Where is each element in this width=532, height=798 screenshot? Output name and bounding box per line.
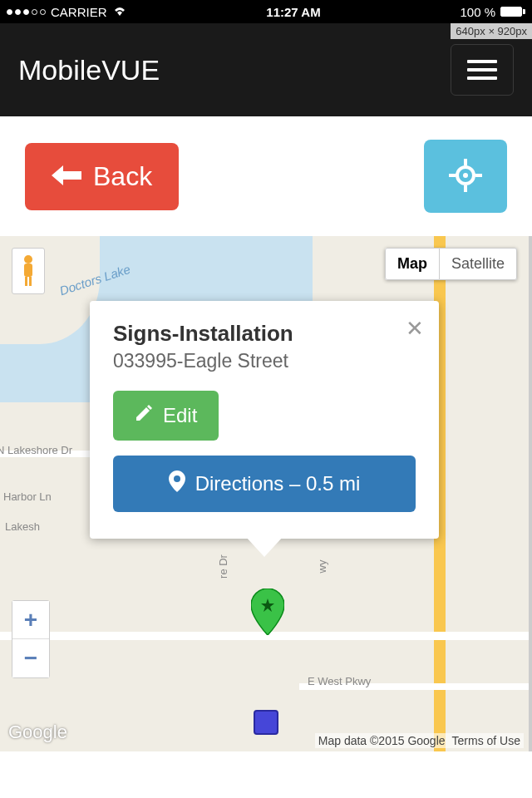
dimension-badge: 640px × 920px bbox=[451, 23, 532, 39]
arrow-left-icon bbox=[52, 161, 81, 192]
wifi-icon bbox=[112, 5, 127, 19]
back-label: Back bbox=[93, 161, 152, 192]
google-logo: Google bbox=[8, 722, 67, 743]
map-type-toggle: Map Satellite bbox=[385, 248, 517, 280]
app-title: MobileVUE bbox=[18, 54, 160, 86]
carrier-label: CARRIER bbox=[51, 5, 107, 19]
battery-icon bbox=[500, 7, 525, 17]
svg-point-6 bbox=[24, 255, 32, 264]
hamburger-icon bbox=[467, 60, 497, 63]
road-label-ewest: E West Pkwy bbox=[308, 675, 371, 687]
svg-rect-8 bbox=[25, 277, 27, 286]
road-label-wy: wy bbox=[316, 560, 328, 574]
map-type-map[interactable]: Map bbox=[385, 248, 440, 280]
map[interactable]: Doctors Lake N Lakeshore Dr Harbor Ln La… bbox=[0, 236, 532, 751]
location-pin-icon bbox=[169, 470, 185, 497]
svg-rect-7 bbox=[24, 264, 32, 277]
info-window-tail bbox=[246, 537, 283, 557]
pencil-icon bbox=[135, 404, 153, 427]
zoom-in-button[interactable]: + bbox=[12, 601, 49, 639]
info-title: Signs-Installation bbox=[113, 321, 416, 347]
menu-button[interactable] bbox=[451, 44, 514, 96]
signal-dots-icon bbox=[7, 9, 46, 15]
directions-button[interactable]: Directions – 0.5 mi bbox=[113, 456, 416, 512]
pegman-control[interactable] bbox=[12, 248, 45, 294]
road-label-redr: re Dr bbox=[217, 554, 229, 579]
toolbar: Back bbox=[0, 116, 532, 236]
pegman-icon bbox=[20, 254, 37, 288]
crosshair-icon bbox=[449, 159, 482, 195]
map-attribution: Map data ©2015 Google Terms of Use bbox=[315, 733, 524, 748]
edit-label: Edit bbox=[163, 404, 197, 427]
svg-point-11 bbox=[174, 475, 180, 482]
locate-button[interactable] bbox=[424, 140, 507, 213]
svg-rect-9 bbox=[29, 277, 32, 286]
battery-label: 100 % bbox=[460, 5, 495, 19]
info-window: ✕ Signs-Installation 033995-Eagle Street… bbox=[90, 301, 439, 539]
zoom-control: + − bbox=[12, 600, 50, 678]
close-icon: ✕ bbox=[406, 316, 424, 341]
pin-icon bbox=[251, 589, 284, 635]
status-left: CARRIER bbox=[7, 5, 127, 19]
map-type-satellite[interactable]: Satellite bbox=[440, 248, 517, 280]
status-bar: CARRIER 11:27 AM 100 % bbox=[0, 0, 532, 23]
svg-point-1 bbox=[463, 173, 468, 178]
road-label-lakesh: Lakesh bbox=[5, 520, 40, 533]
zoom-out-button[interactable]: − bbox=[12, 639, 49, 677]
directions-label: Directions – 0.5 mi bbox=[195, 472, 361, 495]
user-location-marker bbox=[254, 710, 278, 735]
clock: 11:27 AM bbox=[266, 5, 320, 19]
terms-link[interactable]: Terms of Use bbox=[452, 734, 520, 747]
edit-button[interactable]: Edit bbox=[113, 391, 219, 441]
close-button[interactable]: ✕ bbox=[406, 316, 424, 342]
road-label-lakeshore: N Lakeshore Dr bbox=[0, 444, 72, 456]
road-label-harbor: Harbor Ln bbox=[3, 490, 52, 503]
back-button[interactable]: Back bbox=[25, 143, 179, 210]
attribution-text: Map data ©2015 Google bbox=[318, 734, 446, 747]
info-subtitle: 033995-Eagle Street bbox=[113, 350, 416, 372]
map-marker[interactable] bbox=[251, 589, 284, 638]
status-right: 100 % bbox=[460, 5, 525, 19]
